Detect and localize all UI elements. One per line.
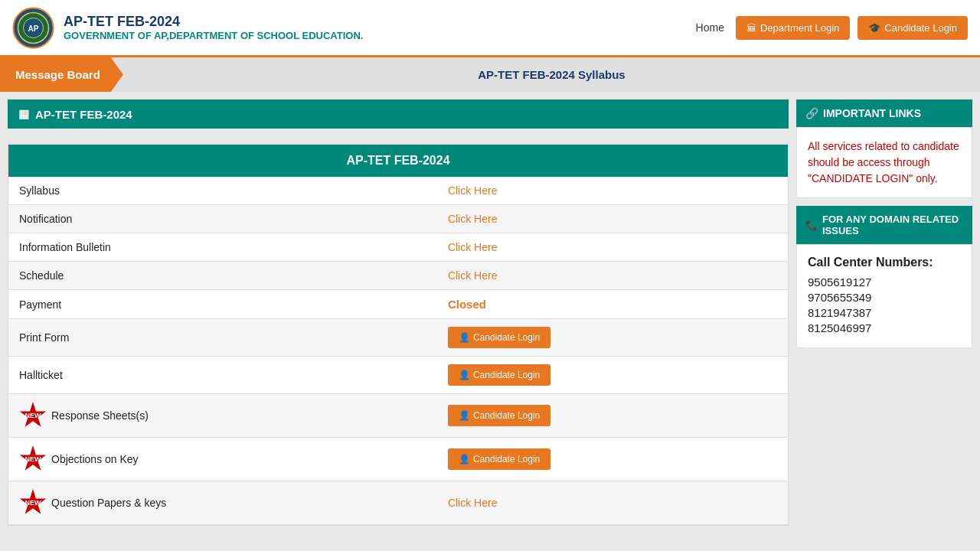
table-row: SyllabusClick Here bbox=[8, 177, 788, 205]
phone-icon: 📞 bbox=[805, 220, 818, 231]
call-number: 9505619127 bbox=[808, 276, 961, 289]
call-numbers: 9505619127970565534981219473878125046997 bbox=[808, 276, 961, 334]
click-here-link[interactable]: Click Here bbox=[448, 269, 498, 282]
click-here-link[interactable]: Click Here bbox=[448, 241, 498, 253]
syllabus-link[interactable]: AP-TET FEB-2024 Syllabus bbox=[123, 57, 980, 92]
svg-text:AP: AP bbox=[28, 24, 39, 33]
dept-icon: 🏛 bbox=[746, 22, 756, 34]
user-icon: 👤 bbox=[459, 332, 470, 343]
table-row: ScheduleClick Here bbox=[8, 262, 788, 290]
important-links-text: All services related to candidate should… bbox=[808, 139, 961, 187]
header-text: AP-TET FEB-2024 GOVERNMENT OF AP,DEPARTM… bbox=[64, 14, 696, 41]
candidate-login-row-button[interactable]: 👤 Candidate Login bbox=[448, 327, 550, 348]
candidate-icon: 🎓 bbox=[868, 22, 880, 34]
table-row: NEWResponse Sheets(s)👤 Candidate Login bbox=[8, 394, 788, 438]
link-icon: 🔗 bbox=[805, 107, 818, 119]
row-label-text: Schedule bbox=[19, 269, 64, 282]
row-label-text: Hallticket bbox=[19, 369, 63, 381]
message-board-tab: Message Board bbox=[0, 57, 123, 92]
row-label-text: Response Sheets(s) bbox=[51, 409, 149, 422]
table-row: NotificationClick Here bbox=[8, 205, 788, 233]
call-number: 9705655349 bbox=[808, 291, 961, 304]
new-badge: NEW bbox=[19, 445, 47, 473]
site-title: AP-TET FEB-2024 bbox=[64, 14, 696, 30]
click-here-link[interactable]: Click Here bbox=[448, 213, 498, 225]
call-number: 8125046997 bbox=[808, 321, 961, 334]
user-icon: 👤 bbox=[459, 410, 470, 421]
click-here-link[interactable]: Click Here bbox=[448, 184, 498, 197]
important-links-box: All services related to candidate should… bbox=[796, 127, 972, 198]
center-panel: ▦ AP-TET FEB-2024 AP-TET FEB-2024 Syllab… bbox=[0, 92, 796, 533]
important-links-header: 🔗 IMPORTANT LINKS bbox=[796, 99, 972, 127]
call-center-title: Call Center Numbers: bbox=[808, 256, 961, 269]
table-row: Hallticket👤 Candidate Login bbox=[8, 357, 788, 394]
main-content: ▦ AP-TET FEB-2024 AP-TET FEB-2024 Syllab… bbox=[0, 92, 980, 533]
site-subtitle: GOVERNMENT OF AP,DEPARTMENT OF SCHOOL ED… bbox=[64, 30, 696, 41]
row-label-text: Objections on Key bbox=[51, 453, 139, 465]
table-row: NEWQuestion Papers & keysClick Here bbox=[8, 481, 788, 525]
row-label-text: Question Papers & keys bbox=[51, 497, 166, 509]
row-label-text: Information Bulletin bbox=[19, 241, 111, 253]
grid-icon: ▦ bbox=[18, 107, 29, 121]
page-header: AP AP-TET FEB-2024 GOVERNMENT OF AP,DEPA… bbox=[0, 0, 980, 57]
call-center-box: Call Center Numbers: 9505619127970565534… bbox=[796, 244, 972, 348]
home-link[interactable]: Home bbox=[696, 21, 724, 34]
user-icon: 👤 bbox=[459, 454, 470, 465]
user-icon: 👤 bbox=[459, 370, 470, 380]
message-bar: Message Board AP-TET FEB-2024 Syllabus bbox=[0, 57, 980, 92]
section-header: ▦ AP-TET FEB-2024 bbox=[8, 99, 789, 129]
right-panel: 🔗 IMPORTANT LINKS All services related t… bbox=[796, 92, 980, 533]
candidate-login-row-button[interactable]: 👤 Candidate Login bbox=[448, 405, 550, 426]
table-row: NEWObjections on Key👤 Candidate Login bbox=[8, 438, 788, 481]
closed-status: Closed bbox=[448, 298, 486, 311]
header-nav: Home 🏛 Department Login 🎓 Candidate Logi… bbox=[696, 16, 968, 40]
call-number: 8121947387 bbox=[808, 306, 961, 319]
table-card: AP-TET FEB-2024 SyllabusClick HereNotifi… bbox=[8, 144, 789, 526]
row-label-text: Syllabus bbox=[19, 184, 60, 197]
department-login-button[interactable]: 🏛 Department Login bbox=[736, 16, 850, 40]
row-label-text: Notification bbox=[19, 213, 72, 225]
row-label-text: Payment bbox=[19, 298, 61, 311]
table-row: PaymentClosed bbox=[8, 290, 788, 319]
click-here-link[interactable]: Click Here bbox=[448, 497, 498, 509]
candidate-login-row-button[interactable]: 👤 Candidate Login bbox=[448, 364, 550, 386]
table-row: Print Form👤 Candidate Login bbox=[8, 319, 788, 357]
new-badge: NEW bbox=[19, 489, 47, 517]
row-label-text: Print Form bbox=[19, 331, 69, 344]
logo: AP bbox=[12, 7, 54, 49]
table-title: AP-TET FEB-2024 bbox=[8, 145, 788, 177]
candidate-login-row-button[interactable]: 👤 Candidate Login bbox=[448, 448, 550, 470]
new-badge: NEW bbox=[19, 402, 47, 429]
table-row: Information BulletinClick Here bbox=[8, 233, 788, 262]
candidate-login-button[interactable]: 🎓 Candidate Login bbox=[858, 16, 968, 40]
domain-header: 📞 FOR ANY DOMAIN RELATED ISSUES bbox=[796, 206, 972, 244]
data-table: SyllabusClick HereNotificationClick Here… bbox=[8, 177, 788, 525]
